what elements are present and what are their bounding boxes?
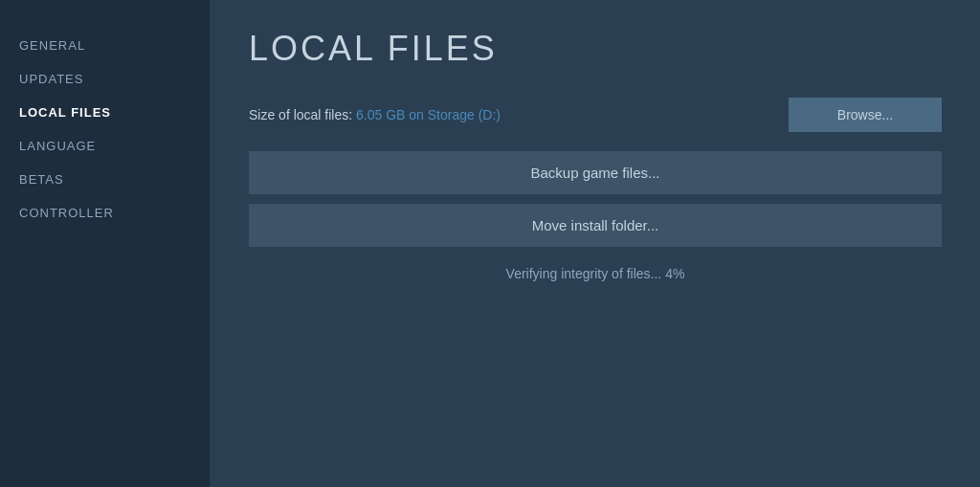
file-size-info: Size of local files: 6.05 GB on Storage …	[249, 106, 501, 123]
move-install-folder-button[interactable]: Move install folder...	[249, 204, 942, 247]
file-size-value: 6.05 GB on Storage (D:)	[356, 107, 501, 122]
verify-status: Verifying integrity of files... 4%	[249, 266, 942, 281]
sidebar-item-updates[interactable]: UPDATES	[0, 62, 210, 96]
sidebar: GENERAL UPDATES LOCAL FILES LANGUAGE BET…	[0, 0, 211, 487]
sidebar-item-language[interactable]: LANGUAGE	[0, 129, 210, 163]
file-info-row: Size of local files: 6.05 GB on Storage …	[249, 98, 942, 132]
sidebar-item-controller[interactable]: CONTROLLER	[0, 196, 210, 230]
file-size-prefix: Size of local files:	[249, 107, 356, 122]
sidebar-item-general[interactable]: GENERAL	[0, 29, 210, 62]
backup-game-files-button[interactable]: Backup game files...	[249, 151, 942, 194]
sidebar-item-betas[interactable]: BETAS	[0, 163, 210, 196]
page-title: LOCAL FILES	[249, 29, 942, 69]
main-content: LOCAL FILES Size of local files: 6.05 GB…	[211, 0, 980, 487]
sidebar-item-local-files[interactable]: LOCAL FILES	[0, 96, 210, 129]
browse-button[interactable]: Browse...	[789, 98, 942, 132]
